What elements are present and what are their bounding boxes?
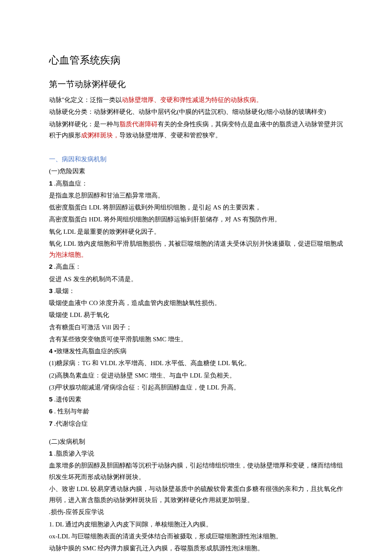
mech1-p1: 血浆增多的胆固醇及胆固醇酯等沉积于动脉内膜，引起结缔组织增生，使动脉壁增厚和变硬… <box>49 460 343 482</box>
mech1-label: .脂质渗入学说 <box>52 450 94 457</box>
ath-suffix: 导致动脉壁增厚、变硬和管腔狭窄。 <box>119 132 222 139</box>
mech2-p1: 1. DL 通过内皮细胞渗入内皮下间隙，单核细胞迁入内膜。 <box>49 519 343 530</box>
risk2-p1: 促进 AS 发生的机制尚不清是。 <box>49 273 343 285</box>
section-title: 第一节动脉粥样硬化 <box>49 77 343 92</box>
risk1-p4: 氧化 LDL 是最重要的致粥样硬化因子。 <box>49 226 343 237</box>
risk2-label: .高血压： <box>52 263 81 270</box>
risk1-p1: 是指血浆总胆固醇和甘油三酯异常增高。 <box>49 190 343 201</box>
ath-prefix: 动脉粥样硬化：是一种与 <box>49 121 119 128</box>
risk1-p5-red: 为泡沫细胞。 <box>49 251 87 258</box>
risk6-label: . 性别与年龄 <box>52 408 89 415</box>
risk3-label: .吸烟： <box>52 288 75 294</box>
risk3-p3: 含有糖蛋白可激活 Vill 因子； <box>49 322 343 333</box>
etiology-heading: 一、病因和发病机制 <box>49 154 343 165</box>
mech2-heading: .损伤-应答反应学说 <box>49 506 343 517</box>
def-highlight: 动脉壁增厚、变硬和弹性减退为特征的动脉疾病。 <box>122 96 262 103</box>
risk1-heading: 1 .高脂血症： <box>49 178 343 189</box>
mechanism-heading: (二)发病机制 <box>49 436 343 447</box>
risk3-p1: 吸烟使血液中 CO 浓度升高，造成血管内皮细胞缺氧性损伤。 <box>49 297 343 308</box>
ath-red1: 脂质代谢障碍 <box>119 121 158 128</box>
risk-factors-heading: (一)危险因素 <box>49 166 343 177</box>
risk6-heading: 6 . 性别与年龄 <box>49 406 343 417</box>
risk3-p4: 含有某些致突变物质可使平滑肌细胞 SMC 增生。 <box>49 334 343 345</box>
classification-line: 动脉硬化分类：动脉粥样硬化、动脉中层钙化(中膜的钙盐沉积)、细动脉硬化(细小动脉… <box>49 106 343 117</box>
risk4-p2: (2)高胰岛素血症：促进动脉壁 SMC 增生、与血中 LDL 呈负相关。 <box>49 370 343 381</box>
risk4-label: •致继发性高脂血症的疾病 <box>52 348 127 355</box>
risk4-heading: 4 •致继发性高脂血症的疾病 <box>49 346 343 357</box>
risk3-heading: 3 .吸烟： <box>49 285 343 296</box>
document-page: 心血管系统疾病 第一节动脉粥样硬化 动脉"化定义：泛指一类以动脉壁增厚、变硬和弹… <box>0 0 392 555</box>
risk1-p5-prefix: 氧化 LDL 致内皮细胞和平滑肌细胞损伤，其被巨噬细胞的清道夫受体识别并快速摄取… <box>49 240 343 247</box>
mech1-p2: 小、致密 LDL 较易穿透动脉内膜，与动脉壁基质中的硫酸软骨素蛋白多糖有很强的亲… <box>49 483 343 506</box>
mech2-p3: 动脉中膜的 SMC 经内弹力膜窗孔迁入内膜，吞噬脂质形成肌源性泡沫细胞。 <box>49 543 343 554</box>
risk4-p1: (1)糖尿病：TG 和 VLDL 水平增高、HDL 水平低、高血糖使 LDL 氧… <box>49 357 343 369</box>
risk5-heading: 5 .遗传因素 <box>49 394 343 405</box>
risk5-label: .遗传因素 <box>52 396 81 403</box>
document-title: 心血管系统疾病 <box>49 51 343 69</box>
risk4-p3: (3)甲状腺功能减退/肾病综合征：引起高胆固醇血症，使 LDL 升高。 <box>49 382 343 393</box>
mech1-heading: 1 .脂质渗入学说 <box>49 448 343 459</box>
risk3-p2: 吸烟使 LDL 易于氧化 <box>49 309 343 320</box>
risk7-heading: 7 .代谢综合症 <box>49 418 343 429</box>
risk1-p5: 氧化 LDL 致内皮细胞和平滑肌细胞损伤，其被巨噬细胞的清道夫受体识别并快速摄取… <box>49 238 343 261</box>
atherosclerosis-def: 动脉粥样硬化：是一种与脂质代谢障碍有关的全身性疾病，其病变特点是血液中的脂质进入… <box>49 119 343 141</box>
mech2-p2: ox-LDL 与巨噬细胞表面的清道夫受体结合而被摄取，形成巨噬细胞源性泡沫细胞。 <box>49 531 343 542</box>
risk1-p2: 低密度脂蛋白 LDL 将胆固醇运载到外周组织细胞，是引起 AS 的主要因素， <box>49 202 343 213</box>
ath-red2: 成粥样斑块， <box>81 132 119 139</box>
def-prefix: 动脉"化定义：泛指一类以 <box>49 96 122 103</box>
risk1-label: .高脂血症： <box>52 180 88 187</box>
risk1-p3: 高密度脂蛋白 HDL 将外周组织细胞的胆固醇运输到肝脏储存，对 AS 有预防作用… <box>49 214 343 225</box>
risk7-label: .代谢综合症 <box>52 420 88 427</box>
definition-line: 动脉"化定义：泛指一类以动脉壁增厚、变硬和弹性减退为特征的动脉疾病。 <box>49 94 343 105</box>
risk2-heading: 2 .高血压： <box>49 261 343 272</box>
